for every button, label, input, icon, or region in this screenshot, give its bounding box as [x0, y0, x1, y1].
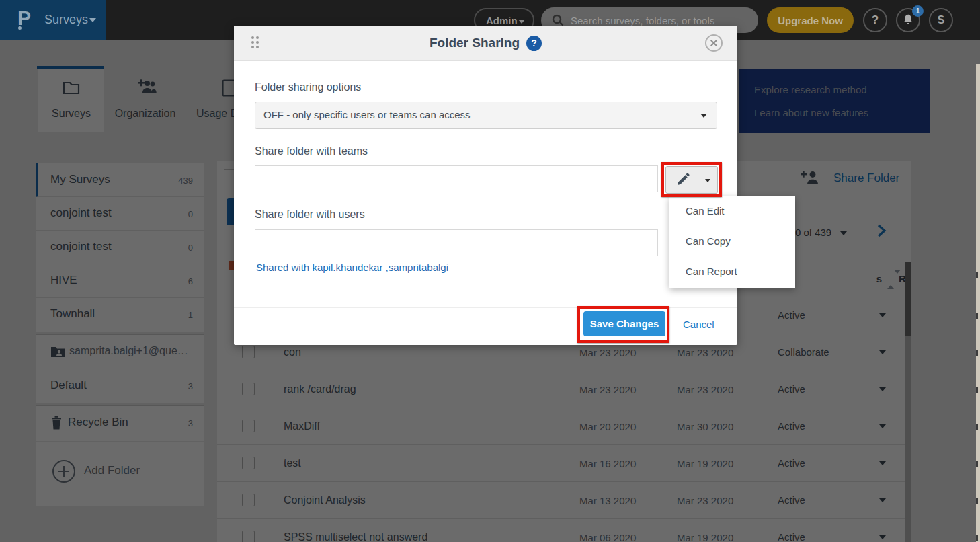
- annotation-box-pencil: [661, 162, 722, 197]
- menu-item-can-edit[interactable]: Can Edit: [669, 196, 795, 227]
- chevron-down-icon: [700, 114, 707, 118]
- menu-item-label: Can Report: [686, 266, 737, 277]
- folder-sharing-options-select[interactable]: OFF - only specific users or teams can a…: [255, 102, 717, 129]
- selected-option: OFF - only specific users or teams can a…: [263, 109, 471, 120]
- product-label[interactable]: Surveys: [44, 13, 88, 27]
- share-teams-input[interactable]: [255, 165, 658, 192]
- notification-badge: 1: [912, 5, 924, 17]
- modal-header: Folder Sharing ?: [234, 26, 737, 61]
- menu-item-label: Can Copy: [686, 235, 731, 247]
- avatar-initial: S: [938, 14, 945, 26]
- annotation-box-save: [577, 306, 669, 343]
- menu-item-label: Can Edit: [686, 205, 725, 217]
- chevron-down-icon: [518, 20, 525, 24]
- bell-icon: [902, 13, 914, 27]
- cancel-button[interactable]: Cancel: [683, 319, 714, 330]
- app-screen: P Surveys Admin Upgrade Now ? 1 S Survey…: [0, 0, 980, 542]
- menu-item-can-report[interactable]: Can Report: [669, 257, 795, 287]
- share-teams-label: Share folder with teams: [255, 145, 368, 157]
- chevron-down-icon: [89, 18, 96, 22]
- product-switcher[interactable]: P Surveys: [0, 0, 106, 40]
- shared-with-text: Shared with kapil.khandekar ,sampritabal…: [256, 262, 448, 273]
- permissions-menu: Can EditCan CopyCan Report: [669, 196, 795, 288]
- sharing-options-label: Folder sharing options: [255, 81, 361, 93]
- questionpro-logo-icon[interactable]: P: [17, 7, 35, 34]
- help-button[interactable]: ?: [863, 8, 887, 32]
- menu-item-can-copy[interactable]: Can Copy: [669, 227, 795, 257]
- share-users-label: Share folder with users: [255, 208, 365, 221]
- question-mark-icon: ?: [872, 13, 879, 26]
- close-icon[interactable]: [705, 34, 723, 52]
- share-users-input[interactable]: [255, 229, 658, 256]
- viewport-edge-scrollbar[interactable]: [976, 64, 980, 542]
- admin-label: Admin: [486, 15, 518, 26]
- notifications-button[interactable]: 1: [896, 8, 920, 32]
- search-icon: [551, 13, 565, 27]
- help-icon[interactable]: ?: [526, 36, 542, 51]
- upgrade-now-button[interactable]: Upgrade Now: [767, 7, 854, 33]
- modal-title: Folder Sharing: [430, 36, 520, 50]
- avatar[interactable]: S: [929, 8, 953, 32]
